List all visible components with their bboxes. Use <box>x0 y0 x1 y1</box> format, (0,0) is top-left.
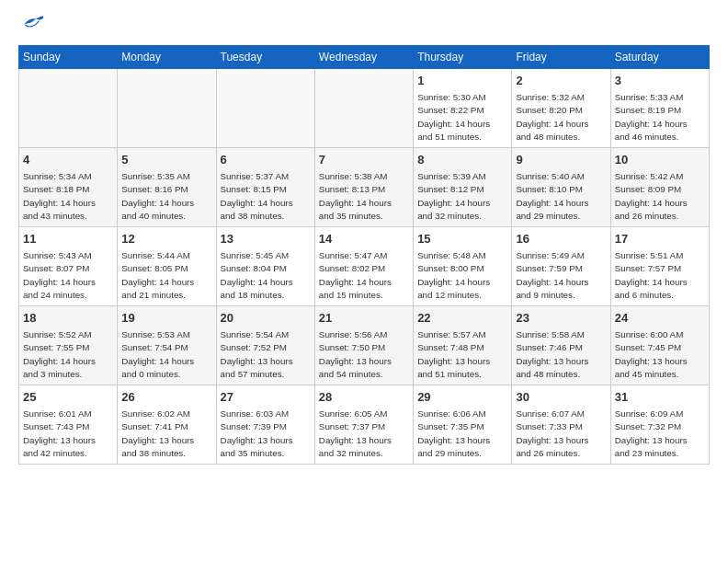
week-row-5: 25Sunrise: 6:01 AM Sunset: 7:43 PM Dayli… <box>19 385 710 465</box>
calendar-cell: 3Sunrise: 5:33 AM Sunset: 8:19 PM Daylig… <box>610 69 709 148</box>
day-info: Sunrise: 6:05 AM Sunset: 7:37 PM Dayligh… <box>319 408 409 460</box>
day-number: 11 <box>23 231 113 247</box>
day-number: 7 <box>319 152 409 168</box>
day-number: 6 <box>221 152 311 168</box>
day-number: 12 <box>121 231 211 247</box>
day-number: 5 <box>121 152 211 168</box>
calendar-cell: 27Sunrise: 6:03 AM Sunset: 7:39 PM Dayli… <box>216 385 314 465</box>
day-info: Sunrise: 6:07 AM Sunset: 7:33 PM Dayligh… <box>516 408 606 460</box>
day-info: Sunrise: 5:54 AM Sunset: 7:52 PM Dayligh… <box>221 328 311 381</box>
day-info: Sunrise: 5:49 AM Sunset: 7:59 PM Dayligh… <box>516 249 606 302</box>
day-info: Sunrise: 5:52 AM Sunset: 7:55 PM Dayligh… <box>23 328 113 381</box>
weekday-header-friday: Friday <box>512 46 610 69</box>
calendar-cell: 10Sunrise: 5:42 AM Sunset: 8:09 PM Dayli… <box>610 148 709 227</box>
day-info: Sunrise: 6:00 AM Sunset: 7:45 PM Dayligh… <box>615 328 705 381</box>
logo-icon <box>18 14 46 36</box>
weekday-header-tuesday: Tuesday <box>216 46 314 69</box>
calendar-cell: 29Sunrise: 6:06 AM Sunset: 7:35 PM Dayli… <box>414 385 512 465</box>
day-info: Sunrise: 5:42 AM Sunset: 8:09 PM Dayligh… <box>615 170 705 223</box>
calendar-cell <box>314 69 413 148</box>
day-info: Sunrise: 5:56 AM Sunset: 7:50 PM Dayligh… <box>319 328 409 381</box>
day-number: 23 <box>516 310 606 327</box>
day-number: 21 <box>319 310 409 327</box>
day-info: Sunrise: 5:48 AM Sunset: 8:00 PM Dayligh… <box>417 249 507 302</box>
calendar-cell: 20Sunrise: 5:54 AM Sunset: 7:52 PM Dayli… <box>216 306 314 385</box>
calendar-cell: 17Sunrise: 5:51 AM Sunset: 7:57 PM Dayli… <box>610 227 709 306</box>
day-number: 17 <box>615 231 705 247</box>
day-info: Sunrise: 6:09 AM Sunset: 7:32 PM Dayligh… <box>615 408 705 460</box>
day-number: 16 <box>516 231 606 247</box>
day-info: Sunrise: 5:35 AM Sunset: 8:16 PM Dayligh… <box>121 170 211 223</box>
calendar-cell: 19Sunrise: 5:53 AM Sunset: 7:54 PM Dayli… <box>118 306 216 385</box>
day-info: Sunrise: 5:38 AM Sunset: 8:13 PM Dayligh… <box>319 170 409 223</box>
day-info: Sunrise: 6:06 AM Sunset: 7:35 PM Dayligh… <box>417 408 507 460</box>
day-number: 26 <box>121 389 211 406</box>
day-number: 15 <box>417 231 507 247</box>
day-info: Sunrise: 6:02 AM Sunset: 7:41 PM Dayligh… <box>121 408 211 460</box>
calendar-cell: 24Sunrise: 6:00 AM Sunset: 7:45 PM Dayli… <box>610 306 709 385</box>
day-info: Sunrise: 5:37 AM Sunset: 8:15 PM Dayligh… <box>221 170 311 223</box>
day-info: Sunrise: 5:43 AM Sunset: 8:07 PM Dayligh… <box>23 249 113 302</box>
calendar-table: SundayMondayTuesdayWednesdayThursdayFrid… <box>18 45 710 465</box>
day-info: Sunrise: 5:51 AM Sunset: 7:57 PM Dayligh… <box>615 249 705 302</box>
day-number: 9 <box>516 152 606 168</box>
page-container: SundayMondayTuesdayWednesdayThursdayFrid… <box>0 0 728 474</box>
calendar-cell: 4Sunrise: 5:34 AM Sunset: 8:18 PM Daylig… <box>19 148 118 227</box>
day-info: Sunrise: 5:33 AM Sunset: 8:19 PM Dayligh… <box>615 91 705 144</box>
calendar-cell <box>216 69 314 148</box>
day-info: Sunrise: 6:03 AM Sunset: 7:39 PM Dayligh… <box>221 408 311 460</box>
weekday-header-row: SundayMondayTuesdayWednesdayThursdayFrid… <box>19 46 710 69</box>
day-number: 3 <box>615 73 705 89</box>
day-info: Sunrise: 5:32 AM Sunset: 8:20 PM Dayligh… <box>516 91 606 144</box>
weekday-header-wednesday: Wednesday <box>314 46 413 69</box>
calendar-cell <box>19 69 118 148</box>
day-number: 4 <box>23 152 113 168</box>
calendar-cell: 30Sunrise: 6:07 AM Sunset: 7:33 PM Dayli… <box>512 385 610 465</box>
day-info: Sunrise: 5:30 AM Sunset: 8:22 PM Dayligh… <box>417 91 507 144</box>
day-number: 18 <box>23 310 113 327</box>
calendar-cell: 11Sunrise: 5:43 AM Sunset: 8:07 PM Dayli… <box>19 227 118 306</box>
calendar-cell: 9Sunrise: 5:40 AM Sunset: 8:10 PM Daylig… <box>512 148 610 227</box>
page-header <box>18 14 710 36</box>
day-info: Sunrise: 5:53 AM Sunset: 7:54 PM Dayligh… <box>121 328 211 381</box>
day-number: 30 <box>516 389 606 406</box>
day-number: 24 <box>615 310 705 327</box>
calendar-cell: 22Sunrise: 5:57 AM Sunset: 7:48 PM Dayli… <box>414 306 512 385</box>
calendar-cell: 5Sunrise: 5:35 AM Sunset: 8:16 PM Daylig… <box>118 148 216 227</box>
calendar-cell: 6Sunrise: 5:37 AM Sunset: 8:15 PM Daylig… <box>216 148 314 227</box>
calendar-cell: 21Sunrise: 5:56 AM Sunset: 7:50 PM Dayli… <box>314 306 413 385</box>
weekday-header-thursday: Thursday <box>414 46 512 69</box>
day-number: 20 <box>221 310 311 327</box>
weekday-header-monday: Monday <box>118 46 216 69</box>
calendar-cell: 1Sunrise: 5:30 AM Sunset: 8:22 PM Daylig… <box>414 69 512 148</box>
calendar-cell: 28Sunrise: 6:05 AM Sunset: 7:37 PM Dayli… <box>314 385 413 465</box>
calendar-cell: 31Sunrise: 6:09 AM Sunset: 7:32 PM Dayli… <box>610 385 709 465</box>
calendar-cell: 26Sunrise: 6:02 AM Sunset: 7:41 PM Dayli… <box>118 385 216 465</box>
calendar-cell: 18Sunrise: 5:52 AM Sunset: 7:55 PM Dayli… <box>19 306 118 385</box>
day-info: Sunrise: 6:01 AM Sunset: 7:43 PM Dayligh… <box>23 408 113 460</box>
day-number: 29 <box>417 389 507 406</box>
day-number: 25 <box>23 389 113 406</box>
logo <box>18 14 50 36</box>
calendar-cell: 16Sunrise: 5:49 AM Sunset: 7:59 PM Dayli… <box>512 227 610 306</box>
day-number: 2 <box>516 73 606 89</box>
day-info: Sunrise: 5:45 AM Sunset: 8:04 PM Dayligh… <box>221 249 311 302</box>
week-row-4: 18Sunrise: 5:52 AM Sunset: 7:55 PM Dayli… <box>19 306 710 385</box>
day-number: 8 <box>417 152 507 168</box>
day-info: Sunrise: 5:39 AM Sunset: 8:12 PM Dayligh… <box>417 170 507 223</box>
day-number: 31 <box>615 389 705 406</box>
calendar-cell: 13Sunrise: 5:45 AM Sunset: 8:04 PM Dayli… <box>216 227 314 306</box>
calendar-cell: 7Sunrise: 5:38 AM Sunset: 8:13 PM Daylig… <box>314 148 413 227</box>
day-number: 10 <box>615 152 705 168</box>
calendar-cell: 2Sunrise: 5:32 AM Sunset: 8:20 PM Daylig… <box>512 69 610 148</box>
calendar-cell: 23Sunrise: 5:58 AM Sunset: 7:46 PM Dayli… <box>512 306 610 385</box>
day-info: Sunrise: 5:44 AM Sunset: 8:05 PM Dayligh… <box>121 249 211 302</box>
day-number: 28 <box>319 389 409 406</box>
day-info: Sunrise: 5:57 AM Sunset: 7:48 PM Dayligh… <box>417 328 507 381</box>
calendar-cell: 12Sunrise: 5:44 AM Sunset: 8:05 PM Dayli… <box>118 227 216 306</box>
day-number: 14 <box>319 231 409 247</box>
day-number: 19 <box>121 310 211 327</box>
calendar-cell: 15Sunrise: 5:48 AM Sunset: 8:00 PM Dayli… <box>414 227 512 306</box>
week-row-2: 4Sunrise: 5:34 AM Sunset: 8:18 PM Daylig… <box>19 148 710 227</box>
day-info: Sunrise: 5:58 AM Sunset: 7:46 PM Dayligh… <box>516 328 606 381</box>
